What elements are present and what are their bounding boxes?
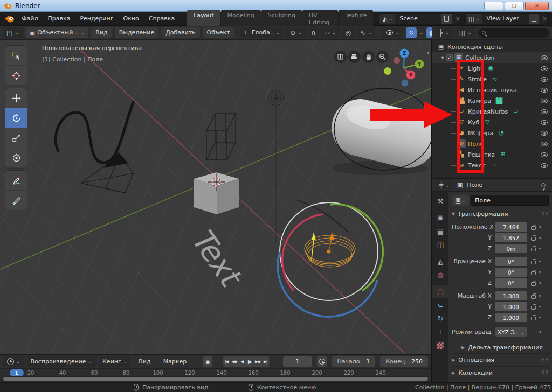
lock-icon[interactable] (531, 317, 536, 320)
view-layer-selector[interactable]: ◫⌄ View Layer × (465, 13, 548, 24)
auto-key-button[interactable]: ● (203, 356, 212, 367)
scale-y-field[interactable]: 1.000 (495, 302, 527, 311)
location-y-field[interactable]: 1.852 (495, 233, 527, 242)
camera-object[interactable] (81, 152, 133, 193)
pin-icon[interactable] (541, 183, 546, 187)
menu-render[interactable]: Рендеринг (75, 13, 118, 24)
properties-editor-type-button[interactable]: ╪⌄ (436, 180, 453, 190)
tab-object[interactable]: ▢ (432, 285, 448, 298)
transform-section-header[interactable]: ▼Трансформация ⠿⠿ (452, 211, 549, 218)
tab-scene[interactable]: ◭ (432, 255, 448, 268)
tab-output[interactable]: ▤ (432, 225, 448, 238)
pivot-point-dropdown[interactable]: ⊙⌄ (286, 27, 306, 38)
navigation-gizmo[interactable]: Z Y X (377, 46, 431, 95)
timeline-scrollbar[interactable] (3, 377, 428, 381)
menu-add[interactable]: Добавить (161, 27, 199, 38)
lock-icon[interactable] (531, 295, 536, 299)
outliner-row-scene-collection[interactable]: ▣ Коллекция сцены (432, 41, 552, 52)
tab-texture[interactable]: Texture (339, 10, 373, 28)
menu-view[interactable]: Вид (91, 27, 112, 38)
close-button[interactable]: ✕ (525, 2, 549, 10)
animate-dot[interactable]: • (536, 234, 544, 241)
text-object[interactable]: Text (183, 226, 251, 291)
timeline-ruler[interactable]: 20 40 60 80 100 120 140 160 180 200 220 … (0, 368, 431, 382)
menu-object[interactable]: Объект (203, 27, 234, 38)
collections-section[interactable]: ▶Коллекции ⠿⠿ (452, 366, 549, 379)
scale-tool[interactable] (5, 128, 27, 148)
lock-icon[interactable] (531, 248, 536, 251)
editor-type-button[interactable]: ◳⌄ (3, 27, 23, 38)
timeline-marker-menu[interactable]: Маркер (158, 356, 192, 367)
eye-icon[interactable] (541, 163, 548, 168)
transform-tool[interactable] (5, 148, 27, 168)
pan-hand-button[interactable] (362, 51, 375, 63)
outliner-row-cube[interactable]: ▽ Куб ▽ (432, 117, 552, 128)
lock-icon[interactable] (531, 306, 536, 310)
eye-icon[interactable] (541, 88, 548, 93)
3d-viewport[interactable]: Text (0, 40, 431, 354)
expand-triangle-icon[interactable]: ▼ (441, 55, 446, 60)
outliner-row-nurbs-curve[interactable]: ⊃ КриваяNurbs ⊃ (432, 106, 552, 117)
outliner-editor-type-button[interactable]: ╞⌄ (435, 27, 453, 38)
transform-orientation-dropdown[interactable]: ∟Глоба..⌄ (240, 27, 284, 38)
menu-select[interactable]: Выделение (115, 27, 159, 38)
tab-constraints[interactable]: ⊂ (432, 298, 448, 312)
tab-view-layer[interactable]: ◫ (432, 238, 448, 251)
relations-section[interactable]: ▶Отношения ⠿⠿ (452, 353, 549, 366)
tab-physics[interactable]: ↻ (432, 312, 448, 325)
eye-icon[interactable] (541, 131, 548, 136)
tab-uv-editing[interactable]: UV Editing (302, 10, 338, 28)
menu-window[interactable]: Окно (119, 13, 144, 24)
outliner-row-collection[interactable]: ▼ ✓ ▣ Collection (432, 52, 552, 63)
animate-dot[interactable]: • (536, 279, 544, 286)
new-scene-button[interactable] (441, 14, 452, 24)
eye-icon[interactable] (541, 55, 548, 60)
unlink-scene-button[interactable]: × (452, 15, 460, 23)
new-view-layer-button[interactable] (529, 14, 539, 24)
lock-icon[interactable] (531, 282, 536, 286)
use-preview-range-button[interactable] (317, 356, 327, 367)
scale-x-field[interactable]: 1.000 (495, 291, 527, 300)
outliner-row-field[interactable]: ≋ Поле (432, 138, 552, 149)
tab-tool[interactable]: ⚒ (432, 194, 448, 208)
outliner-search-input[interactable] (478, 28, 549, 38)
rotation-z-field[interactable]: 0° (495, 278, 527, 288)
lock-icon[interactable] (531, 226, 536, 230)
tab-texture[interactable] (432, 339, 448, 352)
tab-layout[interactable]: Layout (187, 10, 220, 28)
object-name-field[interactable]: Поле (471, 195, 549, 206)
outliner-row-lattice[interactable]: ▚ Решётка ⊞ (432, 149, 552, 160)
tab-object-data[interactable]: ⊥ (432, 325, 448, 339)
snap-toggle[interactable]: ∩ (308, 27, 319, 38)
eye-icon[interactable] (541, 109, 548, 114)
gizmos-toggle[interactable]: ↻ (406, 27, 417, 38)
menu-file[interactable]: Файл (17, 13, 43, 24)
animate-dot[interactable]: • (536, 269, 544, 276)
lock-icon[interactable] (531, 237, 536, 241)
mode-dropdown[interactable]: ▣Объектный ..⌄ (25, 27, 88, 38)
remove-view-layer-button[interactable]: × (539, 15, 548, 23)
current-frame-field[interactable]: 1 (283, 356, 313, 367)
menu-help[interactable]: Справка (144, 13, 180, 24)
tab-modeling[interactable]: Modeling (221, 10, 261, 28)
outliner-display-mode-button[interactable]: ◫⌄ (456, 27, 475, 38)
tab-render[interactable]: ▣ (432, 211, 448, 225)
proportional-falloff-dropdown[interactable]: ∿⌄ (356, 27, 376, 38)
location-x-field[interactable]: 7.464 (495, 222, 527, 232)
camera-view-button[interactable] (348, 51, 361, 63)
outliner-row-metaball[interactable]: ◕ МСфера ◔ (432, 128, 552, 138)
jump-to-end-button[interactable]: ▶| (261, 356, 269, 367)
animate-dot[interactable]: • (536, 292, 544, 299)
jump-to-start-button[interactable]: |◀ (223, 356, 230, 367)
snap-target-dropdown[interactable]: ▱⌄ (321, 27, 340, 38)
eye-icon[interactable] (541, 99, 548, 103)
animate-dot[interactable]: • (536, 314, 544, 321)
grease-pencil-stroke[interactable] (56, 102, 133, 163)
frame-end-field[interactable]: Конец:250 (380, 356, 428, 367)
eye-icon[interactable] (541, 152, 548, 157)
minimize-button[interactable]: – (484, 2, 503, 10)
outliner-row-text[interactable]: a Текст ⊃ (432, 160, 552, 171)
proportional-edit-toggle[interactable]: ◎ (342, 27, 353, 38)
tab-world[interactable]: ◍ (432, 268, 448, 282)
timeline-view-menu[interactable]: Вид (134, 356, 155, 367)
